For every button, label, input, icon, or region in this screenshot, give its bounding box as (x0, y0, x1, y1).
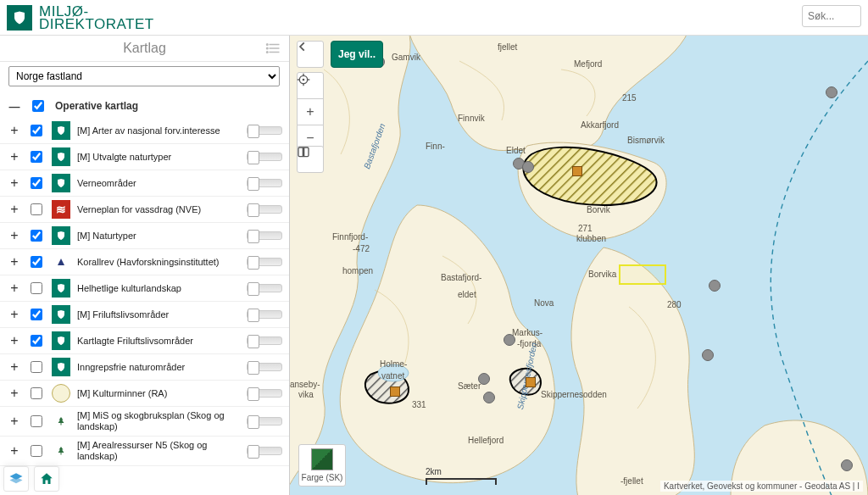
opacity-slider[interactable] (247, 447, 282, 455)
expand-icon[interactable]: + (8, 414, 20, 429)
map-point[interactable] (709, 280, 721, 292)
map-point[interactable] (841, 459, 853, 471)
opacity-slider[interactable] (247, 205, 282, 214)
svg-rect-7 (61, 423, 62, 425)
expand-icon[interactable]: + (8, 333, 20, 348)
shield-icon (52, 358, 70, 376)
group-checkbox[interactable] (32, 100, 44, 112)
home-button[interactable] (34, 466, 59, 492)
expand-icon[interactable]: + (8, 202, 20, 217)
map-marker-square[interactable] (526, 377, 536, 387)
zoom-in-button[interactable]: + (297, 98, 324, 125)
bookmark-button[interactable] (297, 146, 324, 173)
layers-button[interactable] (3, 466, 29, 492)
collapse-icon[interactable]: — (8, 100, 20, 113)
opacity-slider[interactable] (247, 284, 282, 292)
opacity-slider[interactable] (247, 310, 282, 319)
layer-checkbox[interactable] (31, 309, 42, 320)
layer-checkbox[interactable] (31, 177, 42, 189)
panel-title: Kartlag (123, 41, 166, 56)
layer-row[interactable]: +[M] Utvalgte naturtyper (0, 143, 289, 170)
layer-label: [M] Arealressurser N5 (Skog og landskap) (77, 440, 240, 462)
expand-icon[interactable]: + (8, 281, 20, 296)
layer-checkbox[interactable] (31, 335, 42, 347)
map-point[interactable] (478, 373, 490, 385)
opacity-slider[interactable] (247, 417, 282, 425)
layer-checkbox[interactable] (31, 415, 42, 427)
opacity-slider[interactable] (247, 389, 282, 398)
map-highlight-rect (619, 264, 666, 285)
layer-row[interactable]: +Korallrev (Havforskningsinstituttet) (0, 248, 289, 275)
expand-icon[interactable]: + (8, 386, 20, 401)
map-terrain (290, 36, 868, 495)
opacity-slider[interactable] (247, 153, 282, 161)
opacity-slider[interactable] (247, 179, 282, 187)
expand-icon[interactable]: + (8, 254, 20, 270)
layer-label: [M] Kulturminner (RA) (77, 388, 240, 399)
region-select[interactable]: Norge fastland (8, 66, 280, 86)
svg-point-1 (267, 44, 269, 46)
layer-row[interactable]: +[M] Arealressurser N5 (Skog og landskap… (0, 436, 289, 466)
layer-checkbox[interactable] (31, 256, 42, 268)
layer-row[interactable]: +[M] Naturtyper (0, 222, 289, 249)
expand-icon[interactable]: + (8, 149, 20, 164)
map-point[interactable] (826, 86, 837, 98)
layer-checkbox[interactable] (31, 445, 42, 457)
expand-icon[interactable]: + (8, 228, 20, 243)
list-icon[interactable] (265, 41, 281, 59)
layer-row[interactable]: +Kartlagte Friluftslivsområder (0, 327, 289, 354)
basemap-selector[interactable]: Farge (SK) (298, 444, 346, 487)
collapse-panel-button[interactable] (297, 41, 324, 68)
layer-row[interactable]: +Inngrepsfrie naturområder (0, 353, 289, 381)
chevron-left-icon (297, 41, 309, 53)
group-label: Operative kartlag (55, 100, 138, 112)
locate-button[interactable] (297, 72, 324, 99)
layer-label: Kartlagte Friluftslivsområder (77, 336, 240, 347)
layer-checkbox[interactable] (31, 203, 42, 215)
opacity-slider[interactable] (247, 336, 282, 345)
opacity-slider[interactable] (247, 231, 282, 240)
search-input[interactable] (802, 5, 861, 27)
layer-row[interactable]: +[M] Kulturminner (RA) (0, 380, 289, 407)
round-icon (52, 384, 70, 403)
map-marker-square[interactable] (572, 166, 582, 176)
layer-checkbox[interactable] (31, 282, 42, 294)
expand-icon[interactable]: + (8, 307, 20, 322)
layer-checkbox[interactable] (31, 125, 42, 136)
jeg-vil-button[interactable]: Jeg vil.. (331, 41, 383, 68)
layer-row[interactable]: +[M] Arter av nasjonal forv.interesse (0, 118, 289, 144)
layer-row[interactable]: +Helhetlige kulturlandskap (0, 275, 289, 302)
nve-icon: ≋ (52, 200, 70, 219)
search-wrapper (802, 5, 861, 27)
map-marker-square[interactable] (390, 387, 400, 397)
opacity-slider[interactable] (247, 258, 282, 266)
expand-icon[interactable]: + (8, 175, 20, 191)
layer-checkbox[interactable] (31, 151, 42, 163)
layer-row[interactable]: +[M] Friluftslivsområder (0, 301, 289, 328)
triangle-icon (52, 253, 70, 271)
shield-icon (12, 10, 27, 25)
layer-group-row[interactable]: — Operative kartlag (0, 91, 289, 118)
map-point[interactable] (702, 349, 714, 361)
layer-row[interactable]: +Verneområder (0, 170, 289, 197)
expand-icon[interactable]: + (8, 443, 20, 459)
layer-checkbox[interactable] (31, 361, 42, 373)
basemap-swatch (311, 448, 333, 470)
expand-icon[interactable]: + (8, 359, 20, 375)
layer-label: [M] Arter av nasjonal forv.interesse (77, 125, 240, 136)
main: Kartlag Norge fastland — Operative kartl… (0, 36, 868, 495)
layer-checkbox[interactable] (31, 230, 42, 242)
layer-row[interactable]: +[M] MiS og skogbruksplan (Skog og lands… (0, 406, 289, 437)
map-point[interactable] (483, 392, 495, 403)
layer-row[interactable]: +≋Verneplan for vassdrag (NVE) (0, 196, 289, 223)
layer-checkbox[interactable] (31, 387, 42, 399)
map-canvas[interactable]: GamvikfjelletMefjordFinnvikFinn-EldetAkk… (290, 36, 868, 495)
map-point[interactable] (504, 334, 515, 346)
map-point[interactable] (522, 161, 534, 173)
layer-label: Inngrepsfrie naturområder (77, 362, 240, 373)
crosshair-icon (297, 73, 310, 86)
brand-logo (7, 5, 32, 31)
opacity-slider[interactable] (247, 363, 282, 371)
opacity-slider[interactable] (247, 126, 282, 135)
expand-icon[interactable]: + (8, 123, 20, 138)
